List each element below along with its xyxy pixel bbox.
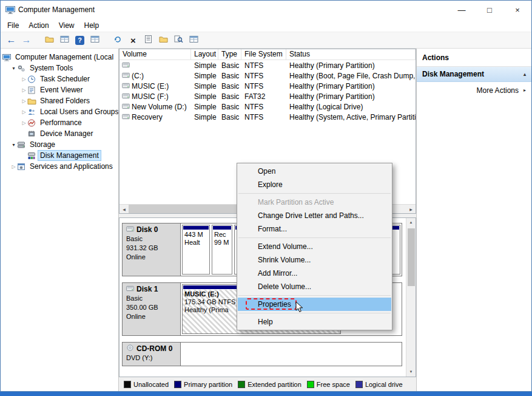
disk-size: 350.00 GB	[126, 303, 177, 312]
volume-row[interactable]: (C:) Simple Basic NTFS Healthy (Boot, Pa…	[120, 70, 416, 81]
menu-item-label: Shrink Volume...	[258, 256, 311, 264]
open-folder-button[interactable]	[156, 33, 171, 47]
tree-item-storage[interactable]: ▾ Storage	[1, 139, 118, 150]
maximize-button[interactable]: □	[476, 1, 503, 19]
disk-icon	[126, 285, 134, 294]
menu-item-help[interactable]: Help	[238, 315, 391, 329]
chevron-collapsed-icon[interactable]: ▷	[10, 164, 17, 169]
menu-item-delete-volume[interactable]: Delete Volume...	[238, 280, 391, 293]
cdrom-0-label[interactable]: CD-ROM 0 DVD (Y:)	[123, 343, 181, 366]
tree-item-disk-management[interactable]: Disk Management	[1, 150, 118, 161]
menu-view[interactable]: View	[54, 20, 79, 31]
chevron-collapsed-icon[interactable]: ▷	[21, 109, 27, 115]
column-header-layout[interactable]: Layout	[191, 49, 218, 60]
volume-row[interactable]: New Volume (D:) Simple Basic NTFS Health…	[120, 101, 416, 112]
column-header-volume[interactable]: Volume	[120, 49, 191, 60]
partition[interactable]: Rec 99 M	[212, 225, 232, 275]
export-list-button[interactable]	[57, 33, 72, 47]
tree-item-event-viewer[interactable]: ▷ Event Viewer	[1, 84, 118, 95]
menu-item-properties[interactable]: Properties	[238, 298, 391, 311]
partition[interactable]: 443 M Healt	[182, 225, 210, 275]
menu-item-extend-volume[interactable]: Extend Volume...	[238, 240, 391, 253]
volume-file-system: NTFS	[241, 103, 286, 111]
tree-item-system-tools[interactable]: ▾ System Tools	[1, 63, 118, 73]
cdrom-0-row: CD-ROM 0 DVD (Y:)	[122, 342, 402, 366]
volume-row[interactable]: MUSIC (E:) Simple Basic NTFS Healthy (Pr…	[120, 81, 416, 91]
log-icon	[27, 86, 36, 94]
actions-disk-management[interactable]: Disk Management ▴	[417, 67, 531, 82]
scroll-down-icon[interactable]: ▼	[406, 367, 416, 377]
volume-row[interactable]: Recovery Simple Basic NTFS Healthy (Syst…	[120, 112, 416, 122]
more-actions[interactable]: More Actions ▸	[417, 82, 531, 98]
scrollbar-thumb[interactable]	[408, 228, 415, 286]
find-button[interactable]	[171, 33, 186, 47]
properties-button[interactable]	[141, 33, 156, 47]
volume-type: Basic	[218, 113, 241, 121]
menu-item-label: Extend Volume...	[258, 242, 313, 251]
column-header-status[interactable]: Status	[286, 49, 416, 60]
menu-file[interactable]: File	[2, 20, 24, 31]
legend-label: Logical drive	[365, 381, 403, 388]
column-header-file-system[interactable]: File System	[241, 49, 286, 60]
show-action-pane-button[interactable]	[87, 33, 103, 47]
close-button[interactable]: ×	[503, 1, 531, 19]
chevron-expanded-icon[interactable]: ▾	[10, 66, 17, 71]
tree-item-performance[interactable]: ▷ Performance	[1, 117, 118, 128]
tree-item-services-and-applications[interactable]: ▷ Services and Applications	[1, 161, 118, 172]
services-icon	[17, 163, 26, 171]
tree-item-device-manager[interactable]: Device Manager	[1, 128, 118, 139]
menu-help[interactable]: Help	[79, 20, 104, 31]
gears-icon	[17, 64, 26, 72]
tree-item-shared-folders[interactable]: ▷ Shared Folders	[1, 95, 118, 106]
disk-0-label[interactable]: Disk 0 Basic 931.32 GB Online	[123, 224, 181, 276]
help-topics-button[interactable]	[186, 33, 201, 47]
tree-item-label: Services and Applications	[28, 162, 115, 171]
mouse-cursor	[295, 301, 303, 315]
menu-item-open[interactable]: Open	[238, 165, 391, 178]
drive-icon	[122, 103, 130, 111]
legend-swatch	[355, 381, 363, 388]
minimize-button[interactable]: —	[448, 1, 476, 19]
column-header-type[interactable]: Type	[218, 49, 241, 60]
back-button[interactable]: ←	[4, 33, 19, 47]
collapse-chevron-icon[interactable]: ▴	[524, 72, 526, 77]
scroll-left-icon[interactable]: ◀	[120, 207, 129, 211]
tree-item-label: Shared Folders	[38, 96, 92, 106]
disk-1-label[interactable]: Disk 1 Basic 350.00 GB Online	[123, 283, 181, 335]
show-console-tree-button[interactable]	[42, 33, 57, 47]
tree-item-label: Event Viewer	[38, 85, 84, 95]
scroll-up-icon[interactable]: ▲	[406, 218, 416, 227]
delete-button[interactable]: ×	[126, 33, 141, 47]
refresh-button[interactable]	[110, 33, 126, 47]
chevron-collapsed-icon[interactable]: ▷	[21, 98, 27, 104]
disk-kind: Basic	[126, 234, 177, 244]
help-button[interactable]: ?	[72, 33, 87, 47]
menu-item-change-drive-letter-and-paths[interactable]: Change Drive Letter and Paths...	[238, 209, 391, 222]
tree-item-local-users-and-groups[interactable]: ▷ Local Users and Groups	[1, 106, 118, 117]
vertical-scrollbar[interactable]: ▲ ▼	[406, 218, 416, 377]
performance-icon	[27, 119, 36, 127]
chevron-collapsed-icon[interactable]: ▷	[21, 87, 27, 93]
legend-free-space: Free space	[307, 381, 350, 388]
menu-item-explore[interactable]: Explore	[238, 178, 391, 191]
partition-name: Rec	[214, 231, 230, 239]
actions-pane: Actions Disk Management ▴ More Actions ▸	[416, 49, 531, 391]
menu-action[interactable]: Action	[24, 20, 53, 31]
volume-row[interactable]: MUSIC (F:) Simple Basic FAT32 Healthy (P…	[120, 91, 416, 101]
scroll-right-icon[interactable]: ▶	[406, 207, 416, 211]
menu-item-add-mirror[interactable]: Add Mirror...	[238, 267, 391, 280]
menu-item-format[interactable]: Format...	[238, 222, 391, 236]
tree-item-label: Computer Management (Local	[13, 52, 115, 62]
chevron-collapsed-icon[interactable]: ▷	[21, 120, 27, 126]
volume-name: New Volume (D:)	[132, 103, 187, 111]
open-folder-icon	[159, 35, 168, 46]
menu-item-shrink-volume[interactable]: Shrink Volume...	[238, 253, 391, 267]
tree-item-computer-management[interactable]: Computer Management (Local	[1, 52, 118, 63]
tree-item-label: Performance	[38, 118, 84, 128]
title-bar[interactable]: Computer Management — □ ×	[1, 1, 531, 19]
forward-button[interactable]: →	[19, 33, 34, 47]
tree-item-task-scheduler[interactable]: ▷ Task Scheduler	[1, 73, 118, 84]
chevron-collapsed-icon[interactable]: ▷	[21, 77, 27, 82]
chevron-expanded-icon[interactable]: ▾	[10, 142, 17, 148]
volume-row[interactable]: Simple Basic NTFS Healthy (Primary Parti…	[120, 60, 416, 70]
